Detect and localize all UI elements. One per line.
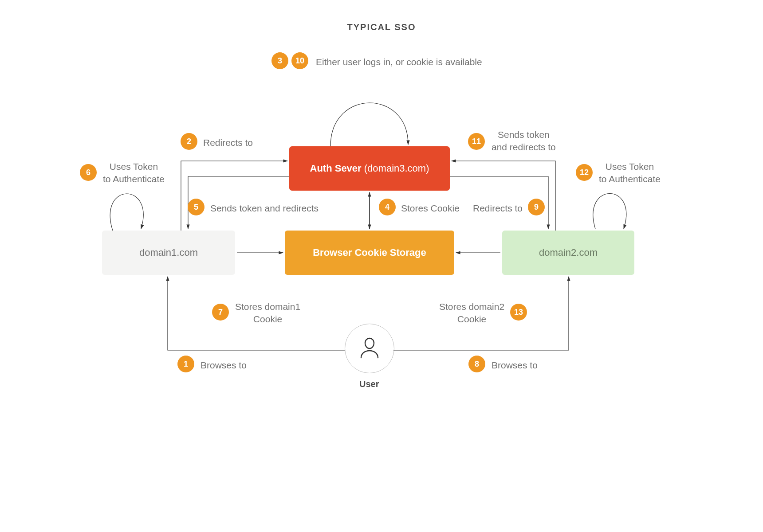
badge-13: 13 (510, 304, 527, 321)
lbl-9: Redirects to (473, 202, 523, 215)
lbl-8: Browses to (492, 359, 538, 372)
badge-11: 11 (468, 133, 485, 150)
lbl-11: Sends token and redirects to (492, 129, 556, 154)
badge-2: 2 (181, 133, 197, 150)
lbl-1: Browses to (201, 359, 247, 372)
auth-bold: Auth Sever (310, 163, 362, 174)
domain1-box: domain1.com (102, 231, 235, 275)
badge-8: 8 (468, 356, 485, 372)
badge-1: 1 (177, 356, 194, 372)
lbl-2: Redirects to (203, 137, 253, 149)
badge-12: 12 (576, 164, 593, 181)
auth-server-box: Auth Sever (domain3.com) (289, 146, 450, 191)
auth-rest: (domain3.com) (362, 163, 429, 174)
badge-9: 9 (528, 199, 545, 215)
cookie-storage-box: Browser Cookie Storage (285, 231, 454, 275)
badge-6: 6 (80, 164, 97, 181)
lbl-5: Sends token and redirects (210, 202, 319, 215)
badge-4: 4 (379, 199, 396, 215)
lbl-6: Uses Token to Authenticate (103, 160, 165, 186)
badge-7: 7 (212, 304, 229, 321)
lbl-7: Stores domain1 Cookie (235, 301, 300, 326)
diagram-title: TYPICAL SSO (71, 22, 692, 32)
domain2-box: domain2.com (502, 231, 634, 275)
user-label: User (359, 379, 379, 389)
lbl-13: Stores domain2 Cookie (439, 301, 504, 326)
user-node (345, 324, 394, 373)
lbl-12: Uses Token to Authenticate (599, 160, 661, 186)
badge-5: 5 (188, 199, 205, 215)
badge-10: 10 (291, 52, 308, 69)
lbl-3-10: Either user logs in, or cookie is availa… (316, 56, 482, 68)
user-icon (359, 336, 380, 360)
badge-3: 3 (271, 52, 288, 69)
sso-diagram: TYPICAL SSO Auth Sever (domain3.com) Bro… (71, 0, 692, 426)
lbl-4: Stores Cookie (401, 202, 460, 215)
